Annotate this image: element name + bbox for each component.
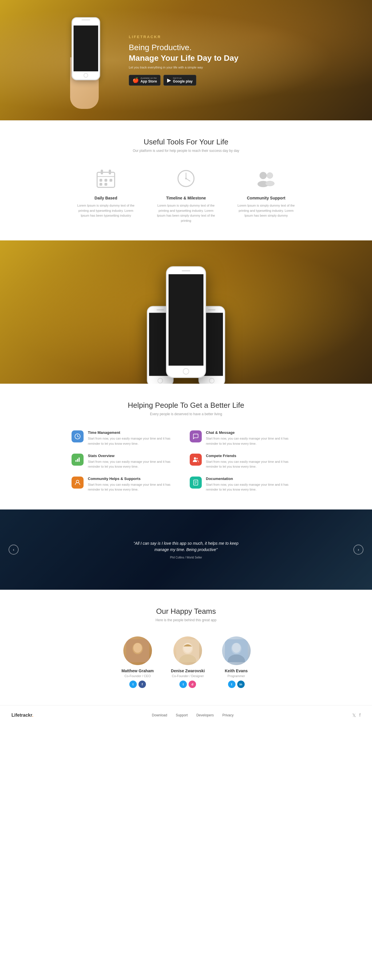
googleplay-button[interactable]: ▶ Get It on Google play <box>163 75 196 86</box>
phone-speaker <box>82 19 90 20</box>
tool-desc-daily: Lorem Ipsum is simply dummy text of the … <box>74 203 137 218</box>
tools-section: Useful Tools For Your Life Our platform … <box>0 120 372 240</box>
svg-point-24 <box>196 458 198 459</box>
testimonial-prev-button[interactable]: ‹ <box>9 544 19 554</box>
team-role-denise: Co-Founder / Designer <box>171 674 204 678</box>
calendar-icon <box>95 167 117 190</box>
helping-title: Helping People To Get a Better Life <box>6 401 366 410</box>
helping-section: Helping People To Get a Better Life Ever… <box>0 384 372 509</box>
appstore-button[interactable]: 🍎 Available on the App Store <box>129 75 160 86</box>
footer-link-support[interactable]: Support <box>176 713 188 717</box>
svg-point-12 <box>185 178 187 179</box>
avatar-denise <box>173 636 202 665</box>
testimonial-section: ‹ "All I can say is I love this app so m… <box>0 509 372 590</box>
testimonial-author: Phil Collins / World Seller <box>126 556 246 559</box>
feature-name-stats: Stats Overview <box>88 453 182 458</box>
chat-icon <box>190 430 202 442</box>
feature-stats: Stats Overview Start from now, you can e… <box>71 453 182 469</box>
team-name-denise: Denise Zwarovski <box>171 668 204 673</box>
footer-twitter-icon[interactable]: 𝕏 <box>352 713 356 718</box>
home-btn-right <box>209 378 215 384</box>
svg-point-14 <box>267 172 273 178</box>
team-member-matthew: Matthew Graham Co-Founder / CEO t f <box>121 636 154 688</box>
home-btn-center <box>183 368 189 374</box>
twitter-button-matthew[interactable]: t <box>129 681 137 688</box>
footer-social: 𝕏 f <box>352 713 361 718</box>
tools-grid: Daily Based Lorem Ipsum is simply dummy … <box>57 167 315 223</box>
tool-desc-community: Lorem Ipsum is simply dummy text of the … <box>235 203 298 218</box>
googleplay-small-label: Get It on <box>173 77 193 80</box>
dribbble-button-denise[interactable]: d <box>188 681 196 688</box>
linkedin-button-keith[interactable]: in <box>237 681 245 688</box>
appstore-small-label: Available on the <box>141 77 157 80</box>
svg-rect-22 <box>79 457 80 461</box>
svg-rect-2 <box>101 170 103 174</box>
feature-name-chat: Chat & Message <box>206 430 301 435</box>
feature-desc-compete: Start from now, you can easily manage yo… <box>206 459 301 469</box>
twitter-button-denise[interactable]: t <box>179 681 187 688</box>
footer-link-developers[interactable]: Developers <box>196 713 214 717</box>
social-links-matthew: t f <box>121 681 154 688</box>
team-name-matthew: Matthew Graham <box>121 668 154 673</box>
home-btn-left <box>158 378 163 384</box>
svg-rect-6 <box>109 179 112 182</box>
stats-icon <box>71 453 84 466</box>
tools-section-subtitle: Our platform is used for help people to … <box>6 149 366 153</box>
apple-icon: 🍎 <box>133 77 139 83</box>
facebook-button-matthew[interactable]: f <box>138 681 146 688</box>
hero-text-block: LIFETRACKR Being Productive. Manage Your… <box>112 35 303 86</box>
svg-rect-4 <box>100 179 102 182</box>
phone-center <box>166 266 206 378</box>
community-help-icon <box>71 477 84 488</box>
feature-name-community-help: Community Helps & Supports <box>88 477 182 481</box>
team-name-keith: Keith Evans <box>222 668 251 673</box>
team-member-denise: Denise Zwarovski Co-Founder / Designer t… <box>171 636 204 688</box>
speaker-center <box>182 270 190 271</box>
tool-daily-based: Daily Based Lorem Ipsum is simply dummy … <box>74 167 137 223</box>
brand-name: LIFETRACKR <box>129 35 303 39</box>
svg-point-13 <box>260 172 267 179</box>
teams-subtitle: Here is the people behind this great app <box>6 618 366 622</box>
tool-name-community: Community Support <box>235 196 298 200</box>
appstore-big-label: App Store <box>141 80 157 83</box>
speaker-left <box>157 309 164 310</box>
svg-rect-7 <box>100 183 102 186</box>
footer-facebook-icon[interactable]: f <box>359 713 361 718</box>
testimonial-next-button[interactable]: › <box>353 544 363 554</box>
feature-desc-community-help: Start from now, you can easily manage yo… <box>88 482 182 492</box>
features-grid: Time Management Start from now, you can … <box>71 430 301 492</box>
feature-desc-documentation: Start from now, you can easily manage yo… <box>206 482 301 492</box>
team-member-keith: Keith Evans Programmer t in <box>222 636 251 688</box>
helping-subtitle: Every people is deserved to have a bette… <box>6 412 366 416</box>
svg-line-19 <box>78 436 79 437</box>
phone-home-button <box>84 73 88 78</box>
tool-timeline: Timeline & Milestone Lorem Ipsum is simp… <box>155 167 217 223</box>
footer-nav: Download Support Developers Privacy <box>152 713 234 717</box>
feature-desc-time: Start from now, you can easily manage yo… <box>88 436 182 446</box>
svg-rect-5 <box>105 179 107 182</box>
twitter-button-keith[interactable]: t <box>228 681 236 688</box>
footer-brand: Lifetrackr. <box>11 713 33 718</box>
svg-point-33 <box>133 643 142 653</box>
store-buttons-group: 🍎 Available on the App Store ▶ Get It on… <box>129 75 303 86</box>
footer-link-privacy[interactable]: Privacy <box>222 713 234 717</box>
tool-name-daily: Daily Based <box>74 196 137 200</box>
svg-point-41 <box>232 643 241 653</box>
testimonial-quote: "All I can say is I love this app so muc… <box>126 540 246 553</box>
phone-screen <box>74 25 98 72</box>
svg-rect-20 <box>76 460 77 461</box>
community-icon <box>255 167 277 190</box>
feature-desc-stats: Start from now, you can easily manage yo… <box>88 459 182 469</box>
footer: Lifetrackr. Download Support Developers … <box>0 705 372 725</box>
team-role-keith: Programmer <box>222 674 251 678</box>
feature-name-compete: Compete Friends <box>206 453 301 458</box>
feature-time-management: Time Management Start from now, you can … <box>71 430 182 446</box>
avatar-keith <box>222 636 251 665</box>
feature-documentation: Documentation Start from now, you can ea… <box>190 477 301 492</box>
feature-name-time: Time Management <box>88 430 182 435</box>
feature-chat: Chat & Message Start from now, you can e… <box>190 430 301 446</box>
teams-section: Our Happy Teams Here is the people behin… <box>0 590 372 705</box>
phones-wrapper <box>149 240 223 384</box>
footer-link-download[interactable]: Download <box>152 713 167 717</box>
hero-phone <box>69 17 112 103</box>
